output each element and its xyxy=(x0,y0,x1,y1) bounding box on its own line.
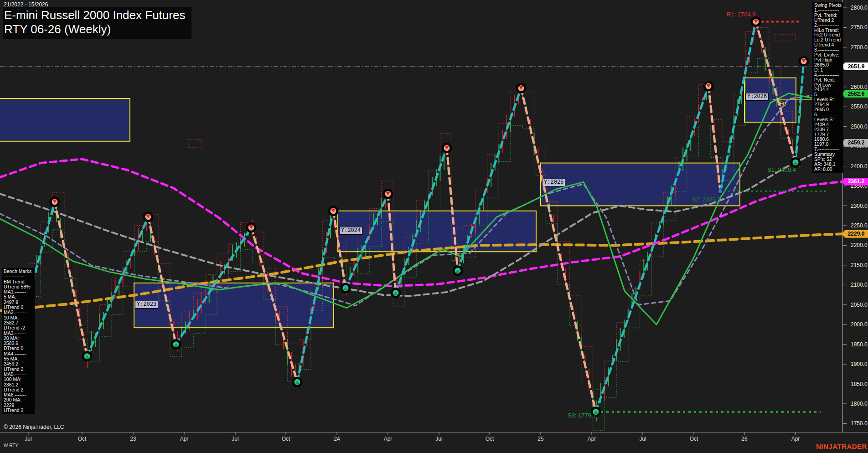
price-marker-box: 2361.2 xyxy=(842,178,868,185)
price-axis-label: 2200.0 xyxy=(851,242,868,248)
time-axis-label: Apr xyxy=(588,436,596,442)
red-dash-fragment xyxy=(775,35,796,41)
time-axis-label: Apr xyxy=(791,436,800,442)
zigzag-segment xyxy=(55,202,87,356)
bench-marks-line: MA2.------- xyxy=(4,310,33,315)
price-axis-label: 1900.0 xyxy=(851,361,868,367)
time-axis-label: Jul xyxy=(435,436,442,442)
price-axis-label: 1850.0 xyxy=(851,381,868,387)
time-axis-label: Oct xyxy=(486,436,494,442)
price-axis-label: 2600.0 xyxy=(851,84,868,90)
swing-pivots-line: 2336.7 xyxy=(814,127,842,132)
price-axis-label: 2500.0 xyxy=(851,124,868,130)
price-axis-label: 2050.0 xyxy=(851,302,868,308)
price-axis-label: 1950.0 xyxy=(851,341,868,348)
year-box-label: Y:2023 xyxy=(135,301,158,309)
f0-label: F0 xyxy=(780,101,786,107)
zigzag-segment xyxy=(796,61,804,162)
title-line-2: RTY 06-26 (Weekly) xyxy=(4,22,185,36)
time-axis-label: Apr xyxy=(384,436,393,442)
time-axis-label: Apr xyxy=(180,436,189,442)
price-axis-label: 2150.0 xyxy=(851,262,868,268)
price-axis-label: 1750.0 xyxy=(851,420,868,427)
chart-canvas[interactable] xyxy=(0,0,868,453)
price-axis-label: 2250.0 xyxy=(851,222,868,229)
zigzag-segment xyxy=(596,86,708,412)
time-axis-label: 26 xyxy=(741,436,747,442)
swing-pivots-line: 2.------------- xyxy=(814,23,842,28)
ninjatrader-chart-window: R1: 2764.9S1: 2409.4S2: 2336.7S3: 1779.7… xyxy=(0,0,868,453)
time-axis-label: 24 xyxy=(334,436,340,442)
time-axis-label: 23 xyxy=(130,436,136,442)
price-axis-label: 2700.0 xyxy=(851,44,868,51)
time-axis-label: Oct xyxy=(690,436,698,442)
swing-pivots-line: 4.------------- xyxy=(814,72,842,77)
time-axis-label: Jul xyxy=(25,436,31,442)
price-marker-box: 2459.2 xyxy=(842,139,868,147)
year-box-label: Y:2024 xyxy=(339,227,362,235)
time-axis-label: Oct xyxy=(282,436,290,442)
swing-pivots-panel: Swing Pivots1.-------------Pvt. Trend:UT… xyxy=(812,2,843,173)
stop-trail-above xyxy=(5,28,801,390)
price-axis-label: 2100.0 xyxy=(851,282,868,288)
bench-marks-line: 100 MA: xyxy=(4,377,33,382)
bench-marks-line: DTrend -2 xyxy=(4,325,33,330)
swing-pivots-line: AF: 8.00 xyxy=(814,167,842,172)
date-range-label: 21/2022 - 15/2026 xyxy=(4,1,48,8)
time-axis-label: 25 xyxy=(537,436,543,442)
price-axis-label: 1800.0 xyxy=(851,401,868,407)
swing-pivots-line: Pvt. Next: xyxy=(814,77,842,82)
time-axis-label: Jul xyxy=(639,436,646,442)
price-axis-label: 2300.0 xyxy=(851,203,868,209)
price-marker-box: 2229.0 xyxy=(842,230,868,238)
copyright-label: © 2026 NinjaTrader, LLC xyxy=(4,424,64,430)
bench-marks-panel: Bench Marks-------------BM Trend:UTrend … xyxy=(2,268,35,414)
year-box-label: Y:2026 xyxy=(745,93,769,101)
price-axis-label: 2000.0 xyxy=(851,321,868,328)
bench-marks-line: 2459.2 xyxy=(4,361,33,366)
time-axis-label: Jul xyxy=(232,436,238,442)
title-line-1: E-mini Russell 2000 Index Futures xyxy=(4,8,185,22)
price-axis-label: 2400.0 xyxy=(851,163,868,170)
price-axis-label: 2550.0 xyxy=(851,103,868,110)
bench-marks-line: UTrend 2 xyxy=(4,408,33,413)
time-axis-label: Oct xyxy=(78,436,87,442)
price-marker-box: 2582.6 xyxy=(842,90,868,98)
chart-title: E-mini Russell 2000 Index Futures RTY 06… xyxy=(3,7,191,39)
symbol-label: W RTY xyxy=(4,443,18,448)
ninjatrader-watermark: NINJATRADER xyxy=(816,443,867,450)
level-label-s3: S3: 1779.7 xyxy=(568,412,596,419)
red-dash-fragment xyxy=(188,139,202,148)
level-label-s2: S2: 2336.7 xyxy=(692,196,721,203)
level-label-s1: S1: 2409.4 xyxy=(767,166,796,173)
year-box-label: Y:2025 xyxy=(542,179,565,186)
year-range-box xyxy=(0,98,130,141)
price-axis-label: 2750.0 xyxy=(851,24,868,31)
price-marker-box: 2651.9 xyxy=(842,62,868,70)
level-label-r1: R1: 2764.9 xyxy=(727,11,756,18)
swing-pivots-line: UTrend 2 xyxy=(814,18,842,23)
bench-marks-line: ------------- xyxy=(4,274,33,279)
pivot-blue-dot xyxy=(718,189,723,194)
price-axis-label: 2800.0 xyxy=(851,5,868,11)
